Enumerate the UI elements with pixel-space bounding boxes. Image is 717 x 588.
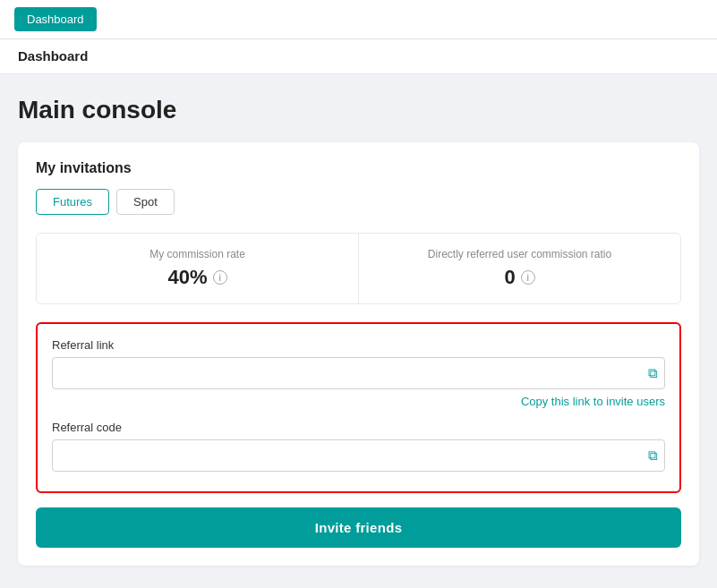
stat-referred-ratio: Directly referred user commission ratio … — [359, 234, 680, 303]
copy-link-icon: ⧉ — [648, 365, 658, 380]
referral-code-input[interactable] — [52, 439, 665, 472]
referral-link-input[interactable] — [52, 357, 665, 389]
breadcrumb-bar: Dashboard — [0, 39, 717, 74]
invitations-card: My invitations Futures Spot My commissio… — [18, 142, 699, 566]
nav-tab-dashboard[interactable]: Dashboard — [14, 7, 97, 31]
referral-code-label: Referral code — [52, 421, 665, 434]
referral-link-input-wrapper: ⧉ — [52, 357, 665, 389]
commission-rate-info-icon[interactable]: i — [213, 270, 227, 285]
stat-commission-rate-label: My commission rate — [55, 248, 340, 260]
stat-commission-rate: My commission rate 40% i — [37, 234, 359, 303]
referred-ratio-info-icon[interactable]: i — [521, 270, 535, 285]
tabs-row: Futures Spot — [36, 189, 681, 215]
stat-commission-rate-value: 40% i — [55, 266, 340, 289]
referral-code-input-wrapper: ⧉ — [52, 439, 665, 472]
referral-link-copy-icon-btn[interactable]: ⧉ — [648, 365, 658, 381]
copy-code-icon: ⧉ — [648, 447, 658, 463]
breadcrumb-title: Dashboard — [18, 48, 88, 64]
main-content: Main console My invitations Futures Spot… — [0, 74, 717, 587]
stat-referred-ratio-value: 0 i — [377, 266, 662, 289]
page-title: Main console — [18, 96, 699, 124]
invite-friends-button[interactable]: Invite friends — [36, 507, 681, 548]
stat-referred-ratio-label: Directly referred user commission ratio — [377, 248, 662, 260]
card-title: My invitations — [36, 160, 681, 176]
top-nav: Dashboard — [0, 0, 717, 39]
copy-link-text[interactable]: Copy this link to invite users — [52, 395, 665, 408]
tab-futures[interactable]: Futures — [36, 189, 109, 215]
referral-section: Referral link ⧉ Copy this link to invite… — [36, 322, 681, 493]
referral-code-copy-icon-btn[interactable]: ⧉ — [648, 447, 658, 464]
stats-row: My commission rate 40% i Directly referr… — [36, 233, 681, 304]
referral-link-label: Referral link — [52, 338, 665, 352]
tab-spot[interactable]: Spot — [116, 189, 175, 215]
